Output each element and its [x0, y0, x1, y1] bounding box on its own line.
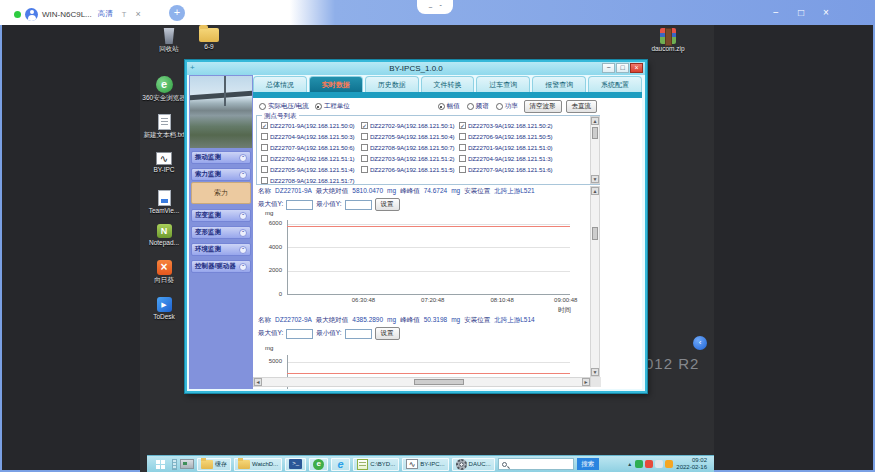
scroll-up-icon[interactable]: ▲: [591, 187, 599, 195]
desktop-icon[interactable]: BY-IPC: [141, 152, 187, 173]
taskbar-button[interactable]: WatchD...: [234, 458, 282, 471]
scrollbar-thumb[interactable]: [414, 379, 464, 385]
checkbox-icon[interactable]: [459, 155, 466, 162]
toolbar-notch[interactable]: − ˇ: [417, 0, 453, 14]
taskbar-button[interactable]: 缓存: [197, 458, 231, 471]
desktop-icon[interactable]: Notepad...: [141, 224, 187, 246]
search-button[interactable]: 搜索: [577, 458, 599, 470]
scroll-down-icon[interactable]: ▼: [591, 368, 599, 376]
app-window-control-button[interactable]: ×: [630, 63, 643, 73]
point-list-scrollbar[interactable]: ▲ ▼: [590, 116, 600, 184]
radio-option[interactable]: 功率: [496, 102, 518, 111]
radio-option[interactable]: 频谱: [467, 102, 489, 111]
sidebar-group-header[interactable]: 应变监测 ˇ: [191, 209, 251, 222]
sidebar-group-header[interactable]: 索力监测 ˆ: [191, 168, 251, 181]
desktop-icon[interactable]: 新建文本档.txt: [141, 114, 187, 138]
tray-icon[interactable]: [645, 460, 653, 468]
taskbar-clock[interactable]: 09:02 2022-02-16: [676, 457, 707, 471]
taskbar-button[interactable]: BY-IPC...: [402, 458, 448, 471]
desktop-icon[interactable]: daucom.zip: [638, 28, 698, 52]
point-checkbox-item[interactable]: DZ22707-9A(192.168.121.50:6): [261, 142, 361, 153]
checkbox-icon[interactable]: [459, 133, 466, 140]
sidebar-group-header[interactable]: 控制器/驱动器 ˇ: [191, 260, 251, 273]
point-checkbox-item[interactable]: DZ22708-9A(192.168.121.50:7): [361, 142, 459, 153]
checkbox-icon[interactable]: [459, 166, 466, 173]
app-tab[interactable]: 总体情况: [253, 76, 307, 92]
sidebar-group-header[interactable]: 振动监测 ˇ: [191, 151, 251, 164]
toolbar-button[interactable]: 清空波形: [524, 100, 562, 113]
checkbox-icon[interactable]: [261, 133, 268, 140]
desktop-icon[interactable]: TeamVie...: [141, 190, 187, 214]
horizontal-scrollbar[interactable]: ◄ ►: [253, 377, 591, 387]
point-checkbox-item[interactable]: DZ22706-9A(192.168.121.51:5): [361, 164, 459, 175]
checkbox-icon[interactable]: [361, 155, 368, 162]
checkbox-icon[interactable]: [261, 166, 268, 173]
client-minimize-button[interactable]: −: [769, 7, 783, 18]
scrollbar-thumb[interactable]: [592, 127, 598, 139]
app-tab[interactable]: 系统配置: [588, 76, 642, 92]
scrollbar-thumb[interactable]: [592, 227, 598, 240]
search-input[interactable]: [509, 461, 559, 467]
checkbox-icon[interactable]: [361, 133, 368, 140]
point-checkbox-item[interactable]: DZ22707-9A(192.168.121.51:6): [459, 164, 599, 175]
point-checkbox-item[interactable]: DZ22705-9A(192.168.121.51:4): [261, 164, 361, 175]
checkbox-icon[interactable]: [261, 155, 268, 162]
point-checkbox-item[interactable]: DZ22704-9A(192.168.121.50:3): [261, 131, 361, 142]
radio-option[interactable]: 实际电压/电流: [259, 102, 309, 111]
tray-expand-icon[interactable]: ▲: [627, 461, 632, 467]
start-button[interactable]: [151, 458, 169, 471]
sidebar-group-header[interactable]: 环境监测 ˇ: [191, 243, 251, 256]
desktop-icon[interactable]: 360安全浏览器: [141, 76, 187, 101]
scroll-up-icon[interactable]: ▲: [591, 117, 599, 125]
notch-minimize-icon[interactable]: −: [428, 4, 432, 11]
taskbar-button[interactable]: DAUC...: [452, 458, 495, 471]
session-tab[interactable]: WIN-N6C9L... 高清 T ×: [7, 3, 163, 25]
app-window-control-button[interactable]: −: [602, 63, 615, 73]
ymin-input[interactable]: [345, 329, 372, 339]
checkbox-icon[interactable]: [459, 144, 466, 151]
point-checkbox-item[interactable]: DZ22701-9A(192.168.121.51:0): [459, 142, 599, 153]
client-restore-button[interactable]: □: [794, 7, 808, 18]
point-checkbox-item[interactable]: DZ22703-9A(192.168.121.51:2): [361, 153, 459, 164]
quality-badge[interactable]: 高清: [98, 9, 113, 19]
app-titlebar[interactable]: + BY-IPCS_1.0.0 − □ ×: [187, 62, 645, 75]
app-tab[interactable]: 实时数据: [309, 76, 363, 92]
desktop-icon[interactable]: 6-9: [186, 28, 232, 50]
taskbar-search-box[interactable]: [498, 458, 574, 470]
scroll-right-icon[interactable]: ►: [582, 378, 590, 386]
todesk-floating-ball[interactable]: ‹: [693, 336, 707, 350]
notch-expand-icon[interactable]: ˇ: [439, 4, 441, 11]
checkbox-icon[interactable]: [261, 122, 268, 129]
taskbar-toolbar-icon[interactable]: [172, 459, 177, 470]
drag-handle-icon[interactable]: +: [190, 63, 195, 72]
checkbox-icon[interactable]: [459, 122, 466, 129]
checkbox-icon[interactable]: [361, 144, 368, 151]
app-tab[interactable]: 文件转换: [421, 76, 475, 92]
tab-t-button[interactable]: T: [122, 10, 127, 19]
point-checkbox-item[interactable]: DZ22703-9A(192.168.121.50:2): [459, 120, 599, 131]
server-manager-icon[interactable]: [180, 459, 194, 469]
app-tab[interactable]: 过车查询: [476, 76, 530, 92]
scroll-down-icon[interactable]: ▼: [591, 175, 599, 183]
sidebar-group-header[interactable]: 变形监测 ˇ: [191, 226, 251, 239]
point-checkbox-item[interactable]: DZ22704-9A(192.168.121.51:3): [459, 153, 599, 164]
app-tab[interactable]: 历史数据: [365, 76, 419, 92]
point-checkbox-item[interactable]: DZ22708-9A(192.168.121.51:7): [261, 175, 361, 186]
desktop-icon[interactable]: ToDesk: [141, 297, 187, 320]
app-window-control-button[interactable]: □: [616, 63, 629, 73]
checkbox-icon[interactable]: [261, 177, 268, 184]
checkbox-icon[interactable]: [261, 144, 268, 151]
ymin-input[interactable]: [345, 200, 372, 210]
desktop-icon[interactable]: 向日葵: [141, 260, 187, 283]
tab-close-button[interactable]: ×: [135, 9, 140, 19]
charts-vertical-scrollbar[interactable]: ▲ ▼: [590, 186, 600, 377]
point-checkbox-item[interactable]: DZ22702-9A(192.168.121.51:1): [261, 153, 361, 164]
new-tab-button[interactable]: +: [169, 5, 185, 21]
toolbar-button[interactable]: 去直流: [566, 100, 598, 113]
client-close-button[interactable]: ×: [819, 7, 833, 18]
point-checkbox-item[interactable]: DZ22705-9A(192.168.121.50:4): [361, 131, 459, 142]
radio-option[interactable]: 工程单位: [315, 102, 350, 111]
point-checkbox-item[interactable]: DZ22706-9A(192.168.121.50:5): [459, 131, 599, 142]
tray-icon[interactable]: [635, 460, 643, 468]
taskbar-button[interactable]: C:\BYD...: [353, 458, 399, 471]
